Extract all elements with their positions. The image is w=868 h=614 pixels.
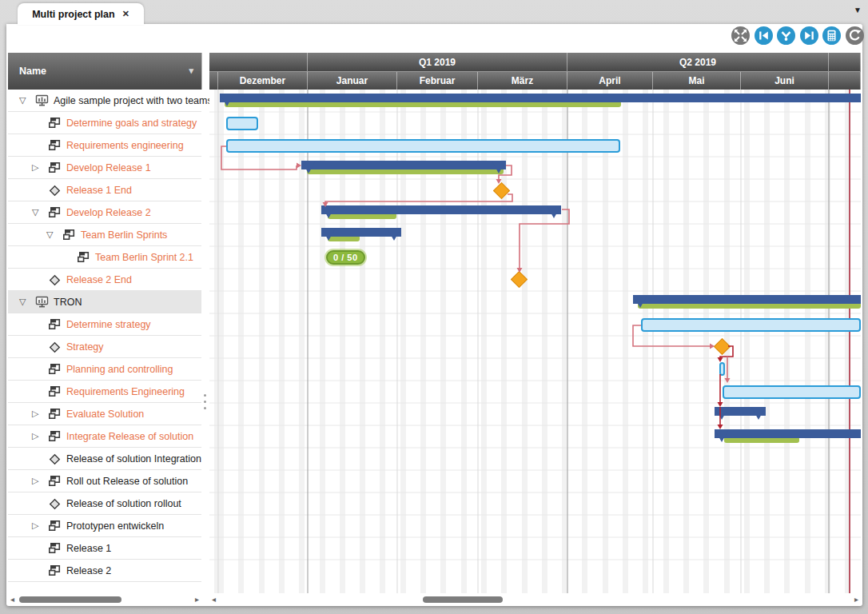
- table-row[interactable]: ▷Evaluate Solution: [8, 403, 201, 425]
- milestone-diamond-release-1-end[interactable]: [493, 182, 510, 199]
- tab-close-icon[interactable]: ✕: [122, 9, 129, 19]
- panel-splitter-handle[interactable]: [204, 390, 206, 413]
- task-icon: [48, 139, 61, 154]
- table-row[interactable]: Team Berlin Sprint 2.1: [8, 246, 201, 269]
- task-icon: [48, 564, 61, 580]
- table-row[interactable]: ▷Roll out Release of solution: [8, 470, 201, 492]
- task-icon: [48, 385, 61, 401]
- month-header-cell: April: [567, 71, 653, 90]
- expand-icon[interactable]: ▷: [32, 476, 38, 486]
- task-name-label: Release of solution rollout: [66, 498, 181, 509]
- column-dropdown-icon[interactable]: ▾: [189, 66, 193, 76]
- table-row[interactable]: Strategy: [8, 336, 201, 358]
- quarter-header-cell: Q2 2019: [567, 53, 829, 71]
- table-row[interactable]: ▽Team Berlin Sprints: [8, 224, 201, 246]
- table-row[interactable]: Requirements Engineering: [8, 381, 201, 403]
- task-icon: [77, 251, 90, 266]
- table-row[interactable]: ▽Develop Release 2: [8, 201, 201, 224]
- table-row[interactable]: ▷Prototypen entwickeln: [8, 515, 201, 537]
- milestone-diamond-strategy[interactable]: [714, 338, 731, 355]
- chart-scrollbar[interactable]: ◂▸: [209, 593, 861, 606]
- task-name-label: Integrate Release of solution: [66, 431, 193, 442]
- summary-bar[interactable]: [321, 205, 561, 214]
- table-row[interactable]: Release of solution rollout: [8, 492, 201, 515]
- summary-start-tab: [301, 161, 316, 173]
- summary-start-tab: [715, 429, 729, 442]
- chart-scrollbar-thumb[interactable]: [423, 596, 503, 603]
- table-row[interactable]: ▽Agile sample project with two teams: [8, 90, 201, 112]
- table-scrollbar[interactable]: ◂▸: [8, 593, 201, 606]
- collapse-icon[interactable]: ▽: [19, 95, 26, 106]
- table-row[interactable]: ▷Develop Release 1: [8, 157, 201, 179]
- requirements-engineering-bar[interactable]: [226, 139, 620, 153]
- table-row[interactable]: Determine goals and strategy: [8, 112, 201, 134]
- fit-view-icon[interactable]: [731, 26, 750, 45]
- refresh-icon[interactable]: [846, 26, 864, 45]
- table-row[interactable]: Determine strategy: [8, 313, 201, 336]
- expand-icon[interactable]: ▷: [32, 431, 38, 441]
- task-name-label: TRON: [54, 297, 82, 308]
- chart-scrollbar-right-arrow[interactable]: ▸: [854, 595, 858, 604]
- requirements-engineering-tron-bar[interactable]: [723, 385, 861, 399]
- window-menu-icon[interactable]: ▼: [854, 6, 862, 14]
- month-header-cell: Februar: [397, 71, 478, 90]
- skip-to-start-icon[interactable]: [755, 26, 773, 45]
- project-icon: [35, 296, 49, 311]
- task-icon: [48, 520, 61, 535]
- task-icon: [48, 206, 61, 221]
- month-header-cell: [209, 71, 218, 90]
- table-scrollbar-left-arrow[interactable]: ◂: [10, 595, 14, 604]
- determine-goals-bar[interactable]: [226, 117, 258, 130]
- name-column-label: Name: [19, 66, 46, 77]
- summary-bar[interactable]: [220, 94, 861, 102]
- table-scrollbar-thumb[interactable]: [19, 596, 121, 603]
- collapse-icon[interactable]: ▽: [32, 207, 38, 217]
- milestone-diamond-release-2-end[interactable]: [511, 271, 528, 288]
- expand-icon[interactable]: ▷: [32, 520, 38, 531]
- chart-scrollbar-left-arrow[interactable]: ◂: [212, 595, 216, 604]
- skip-to-end-icon[interactable]: [800, 26, 818, 45]
- task-name-label: Team Berlin Sprints: [81, 229, 167, 241]
- month-header-cell: März: [478, 71, 567, 90]
- go-to-today-icon[interactable]: [777, 26, 795, 45]
- table-row[interactable]: Planning and controlling: [8, 358, 201, 381]
- app-window: { "window": { "tab_title": "Multi projec…: [0, 0, 868, 614]
- task-name-label: Roll out Release of solution: [66, 476, 188, 487]
- table-row[interactable]: ▽TRON: [8, 291, 201, 313]
- quarter-header-cell: [209, 53, 308, 71]
- summary-bar[interactable]: [301, 161, 506, 169]
- table-row[interactable]: ▷Integrate Release of solution: [8, 425, 201, 448]
- summary-start-tab: [321, 228, 336, 241]
- table-row[interactable]: Release of solution Integration: [8, 448, 201, 470]
- task-icon: [48, 475, 61, 490]
- summary-bar[interactable]: [715, 429, 861, 438]
- collapse-icon[interactable]: ▽: [19, 297, 26, 307]
- sprint-progress-badge[interactable]: 0 / 50: [326, 250, 365, 265]
- table-row[interactable]: Release 2: [8, 560, 201, 582]
- table-scrollbar-right-arrow[interactable]: ▸: [195, 595, 199, 604]
- task-name-label: Develop Release 1: [66, 162, 151, 173]
- table-row[interactable]: Release 1: [8, 537, 201, 560]
- task-name-label: Determine strategy: [66, 319, 151, 330]
- document-tab[interactable]: Multi project plan ✕: [18, 3, 144, 25]
- summary-start-tab: [220, 94, 234, 106]
- expand-icon[interactable]: ▷: [32, 409, 38, 419]
- table-row[interactable]: Requirements engineering: [8, 134, 201, 157]
- task-name-label: Team Berlin Sprint 2.1: [95, 252, 193, 263]
- collapse-icon[interactable]: ▽: [46, 229, 53, 240]
- expand-icon[interactable]: ▷: [32, 162, 38, 173]
- task-name-label: Strategy: [66, 341, 104, 353]
- calculator-icon[interactable]: [822, 26, 841, 45]
- table-row[interactable]: Release 2 End: [8, 269, 201, 291]
- quarter-header-cell: [829, 53, 861, 71]
- planning-and-controlling-bar[interactable]: [719, 362, 725, 376]
- determine-strategy-bar[interactable]: [641, 318, 861, 332]
- name-column-header[interactable]: Name ▾: [8, 53, 202, 90]
- task-icon: [48, 161, 61, 177]
- task-name-label: Prototypen entwickeln: [66, 520, 164, 532]
- summary-bar[interactable]: [633, 295, 861, 304]
- task-icon: [48, 318, 61, 333]
- task-name-label: Develop Release 2: [66, 207, 151, 218]
- task-name-label: Release 2 End: [66, 274, 132, 285]
- table-row[interactable]: Release 1 End: [8, 179, 201, 201]
